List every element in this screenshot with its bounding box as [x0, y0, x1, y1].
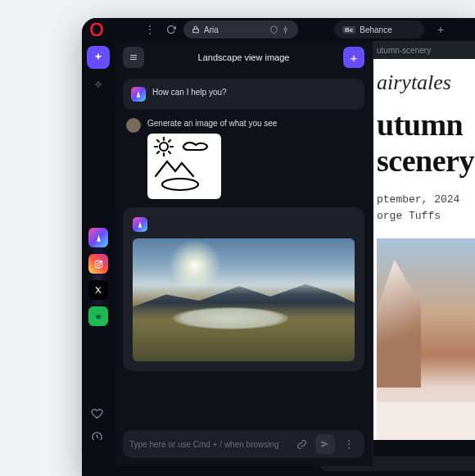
sidebar-rail: •••: [82, 41, 115, 476]
article-author: orge Tuffs: [377, 208, 475, 224]
rail-app-spotify[interactable]: [88, 306, 108, 326]
aria-input-bar: ⋮: [123, 430, 364, 458]
generated-image[interactable]: [133, 238, 355, 361]
new-tab-button[interactable]: +: [432, 21, 449, 38]
url-text: utumn-scenery: [377, 46, 431, 55]
aria-avatar-icon: [133, 217, 147, 232]
hiker-figure: [431, 407, 436, 419]
article-date: ptember, 2024: [377, 192, 475, 208]
shield-icon[interactable]: [269, 25, 278, 34]
opera-logo: [87, 20, 106, 39]
svg-point-7: [160, 143, 168, 151]
reload-icon[interactable]: [162, 20, 180, 39]
browser-topbar: ⋮ Aria Be Behance +: [82, 18, 475, 41]
tab-behance[interactable]: Be Behance: [334, 20, 424, 39]
aria-header: Landscape view image +: [115, 41, 373, 74]
new-chat-button[interactable]: +: [343, 47, 364, 68]
article-subtitle: airytales: [377, 70, 475, 95]
input-more-icon[interactable]: ⋮: [340, 435, 358, 453]
rail-app-x[interactable]: [88, 280, 108, 300]
link-icon[interactable]: [292, 435, 310, 453]
rail-app-aria[interactable]: [88, 228, 108, 247]
menu-dots-icon[interactable]: ⋮: [141, 20, 159, 39]
svg-point-8: [162, 179, 198, 190]
address-bar[interactable]: Aria: [183, 20, 298, 39]
browser-window: ⋮ Aria Be Behance + utumn-scenery: [82, 18, 475, 476]
panel-menu-button[interactable]: [123, 47, 144, 68]
rail-app-instagram[interactable]: [88, 254, 108, 274]
user-text: Generate an image of what you see: [147, 118, 361, 129]
svg-point-0: [92, 24, 102, 36]
address-bar-group: ⋮ Aria Be Behance +: [141, 20, 449, 39]
svg-rect-1: [193, 29, 199, 33]
aria-conversation: How can I help you? Generate an image of…: [115, 74, 373, 425]
lock-icon: [192, 25, 200, 34]
tab-label: Behance: [360, 25, 391, 34]
aria-panel: Landscape view image + How can I help yo…: [115, 41, 373, 466]
behance-badge: Be: [342, 26, 355, 34]
assistant-message: How can I help you?: [123, 79, 364, 110]
sparkle-rail-button[interactable]: [87, 74, 110, 97]
heart-icon[interactable]: [91, 407, 106, 423]
user-sketch-image: [147, 134, 221, 199]
svg-point-4: [100, 261, 101, 262]
article-title: utumn scenery: [377, 107, 475, 179]
aria-avatar-icon: [131, 87, 146, 102]
send-button[interactable]: [315, 434, 335, 454]
aria-text-input[interactable]: [129, 440, 287, 449]
pin-icon[interactable]: [281, 25, 290, 34]
user-message: Generate an image of what you see: [123, 118, 364, 199]
aria-rail-button[interactable]: [87, 46, 110, 69]
article-meta: ptember, 2024 orge Tuffs: [377, 192, 475, 224]
assistant-text: How can I help you?: [152, 87, 227, 97]
article-hero-image: [377, 238, 475, 451]
rail-apps-group: [88, 221, 108, 333]
user-avatar: [126, 118, 141, 133]
svg-point-3: [97, 262, 100, 265]
address-text: Aria: [204, 25, 219, 34]
generated-card: [123, 207, 364, 371]
panel-title: Landscape view image: [151, 52, 337, 62]
